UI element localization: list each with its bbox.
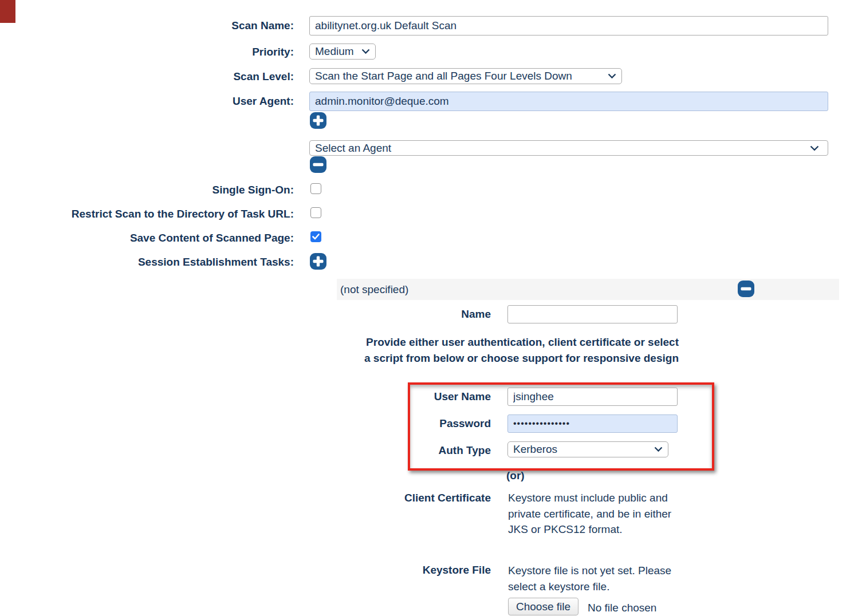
file-status-text: No file chosen	[588, 600, 656, 616]
client-certificate-label: Client Certificate	[321, 492, 491, 504]
remove-agent-button[interactable]	[310, 156, 326, 173]
user-name-label: User Name	[321, 390, 491, 403]
save-content-checkbox[interactable]	[310, 231, 321, 242]
session-tasks-label: Session Establishment Tasks:	[0, 256, 294, 268]
single-sign-on-label: Single Sign-On:	[0, 184, 294, 196]
plus-icon	[310, 122, 326, 131]
chevron-down-icon	[608, 73, 616, 79]
password-label: Password	[321, 417, 491, 430]
user-name-input[interactable]	[507, 388, 678, 406]
remove-session-task-button[interactable]	[738, 281, 754, 297]
auth-instruction-text: Provide either user authentication, clie…	[364, 334, 679, 366]
scan-name-label: Scan Name:	[0, 19, 294, 32]
save-content-label: Save Content of Scanned Page:	[0, 232, 294, 244]
keystore-file-description: Keystore file is not yet set. Please sel…	[508, 563, 676, 594]
user-agent-label: User Agent:	[0, 95, 294, 108]
client-certificate-description: Keystore must include public and private…	[508, 490, 676, 538]
restrict-scan-label: Restrict Scan to the Directory of Task U…	[0, 208, 294, 220]
minus-icon	[310, 166, 326, 175]
single-sign-on-checkbox[interactable]	[310, 183, 321, 194]
session-header-bar: (not specified)	[337, 279, 839, 300]
auth-type-label: Auth Type	[321, 444, 491, 457]
task-name-input[interactable]	[507, 305, 678, 323]
scan-name-input[interactable]	[309, 16, 828, 35]
auth-type-select-value: Kerberos	[513, 443, 557, 456]
priority-select[interactable]: Medium	[309, 44, 376, 60]
agent-select[interactable]: Select an Agent	[309, 140, 828, 156]
priority-label: Priority:	[0, 46, 294, 58]
add-session-task-button[interactable]	[310, 253, 326, 270]
chevron-down-icon	[361, 49, 370, 54]
or-text: (or)	[506, 469, 525, 482]
task-name-label: Name	[321, 308, 491, 321]
chevron-down-icon	[810, 145, 819, 151]
session-header-text: (not specified)	[340, 283, 408, 296]
agent-select-value: Select an Agent	[315, 142, 391, 155]
plus-icon	[310, 263, 326, 271]
choose-file-button[interactable]: Choose file	[508, 598, 578, 615]
priority-select-value: Medium	[315, 45, 354, 58]
minus-icon	[738, 290, 754, 299]
restrict-scan-checkbox[interactable]	[310, 207, 321, 218]
scan-level-select[interactable]: Scan the Start Page and all Pages Four L…	[309, 68, 622, 84]
keystore-file-label: Keystore File	[321, 564, 491, 576]
add-user-agent-button[interactable]	[310, 112, 326, 129]
user-agent-input[interactable]	[309, 92, 828, 111]
chevron-down-icon	[654, 447, 663, 452]
scan-level-label: Scan Level:	[0, 70, 294, 83]
password-input[interactable]	[507, 414, 678, 433]
auth-type-select[interactable]: Kerberos	[507, 441, 668, 457]
checkmark-icon	[312, 232, 320, 242]
scan-settings-form: Scan Name: Priority: Medium Scan Level: …	[0, 0, 858, 616]
scan-level-select-value: Scan the Start Page and all Pages Four L…	[315, 70, 572, 82]
